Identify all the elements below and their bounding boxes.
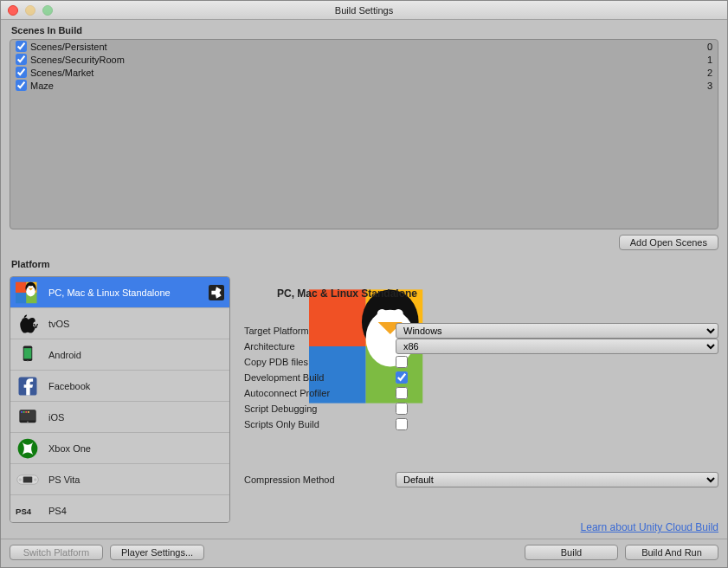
build-button[interactable]: Build <box>525 545 618 560</box>
copy-pdb-checkbox[interactable] <box>396 356 408 368</box>
script-debug-label: Script Debugging <box>244 403 396 414</box>
autoconnect-label: Autoconnect Profiler <box>244 388 396 398</box>
scene-checkbox[interactable] <box>16 80 27 91</box>
platform-name: Facebook <box>48 381 90 391</box>
scripts-only-checkbox[interactable] <box>396 418 408 430</box>
scene-index: 0 <box>707 42 712 52</box>
scripts-only-label: Scripts Only Build <box>244 419 396 429</box>
scene-path: Maze <box>30 81 54 91</box>
pc-standalone-icon <box>244 281 268 306</box>
compression-select[interactable]: Default <box>396 472 718 487</box>
scene-checkbox[interactable] <box>16 41 27 52</box>
player-settings-button[interactable]: Player Settings... <box>110 545 204 560</box>
unity-icon <box>209 285 224 300</box>
window-controls <box>8 5 53 16</box>
platform-item-android[interactable]: Android <box>10 339 229 371</box>
scenes-label: Scenes In Build <box>1 20 727 39</box>
scenes-list[interactable]: Scenes/Persistent0Scenes/SecurityRoom1Sc… <box>10 39 718 229</box>
minimize-icon[interactable] <box>25 5 35 16</box>
scene-row[interactable]: Maze3 <box>10 79 718 92</box>
platform-name: iOS <box>48 412 64 423</box>
dev-build-checkbox[interactable] <box>396 371 408 384</box>
psvita-icon <box>16 468 40 492</box>
scene-row[interactable]: Scenes/Persistent0 <box>10 40 718 53</box>
scene-path: Scenes/Persistent <box>30 42 107 52</box>
settings-title: PC, Mac & Linux Standalone <box>277 287 417 300</box>
window-title: Build Settings <box>335 5 393 16</box>
target-platform-label: Target Platform <box>244 326 396 336</box>
scene-checkbox[interactable] <box>16 54 27 65</box>
scene-row[interactable]: Scenes/SecurityRoom1 <box>10 53 718 66</box>
scene-index: 1 <box>707 55 712 65</box>
platform-name: Android <box>48 350 81 360</box>
ps4-icon <box>16 499 40 523</box>
architecture-select[interactable]: x86 <box>396 339 718 354</box>
platform-item-xbox[interactable]: Xbox One <box>10 433 229 464</box>
platform-item-ps4[interactable]: PS4 <box>10 495 229 523</box>
footer: Switch Platform Player Settings... Build… <box>1 539 727 567</box>
scene-index: 2 <box>707 68 712 78</box>
platform-settings: PC, Mac & Linux Standalone Target Platfo… <box>244 276 718 537</box>
platform-name: PS4 <box>48 506 67 516</box>
scene-path: Scenes/Market <box>30 68 93 78</box>
copy-pdb-label: Copy PDB files <box>244 357 396 367</box>
build-settings-window: Build Settings Scenes In Build Scenes/Pe… <box>0 0 728 568</box>
scene-index: 3 <box>707 81 712 91</box>
target-platform-select[interactable]: Windows <box>396 323 718 339</box>
platform-item-facebook[interactable]: Facebook <box>10 371 229 402</box>
platform-name: Xbox One <box>48 443 91 454</box>
pc-standalone-icon <box>16 281 40 305</box>
dev-build-label: Development Build <box>244 372 396 383</box>
zoom-icon[interactable] <box>42 5 53 16</box>
platform-name: PS Vita <box>48 474 81 485</box>
titlebar: Build Settings <box>1 1 727 20</box>
platform-name: tvOS <box>48 319 69 329</box>
close-icon[interactable] <box>8 5 18 16</box>
android-icon <box>16 343 40 367</box>
switch-platform-button[interactable]: Switch Platform <box>10 545 103 560</box>
platform-item-ios[interactable]: iOS <box>10 402 229 433</box>
scene-checkbox[interactable] <box>16 67 27 78</box>
add-open-scenes-button[interactable]: Add Open Scenes <box>619 235 718 250</box>
autoconnect-checkbox[interactable] <box>396 387 408 399</box>
platform-name: PC, Mac & Linux Standalone <box>48 287 171 298</box>
platform-list[interactable]: PC, Mac & Linux StandalonetvOSAndroidFac… <box>10 276 230 523</box>
platform-item-pc-standalone[interactable]: PC, Mac & Linux Standalone <box>10 277 229 308</box>
platform-label: Platform <box>10 254 61 273</box>
script-debug-checkbox[interactable] <box>396 403 408 415</box>
cloud-build-link[interactable]: Learn about Unity Cloud Build <box>244 521 718 537</box>
compression-label: Compression Method <box>244 474 396 485</box>
scene-row[interactable]: Scenes/Market2 <box>10 66 718 79</box>
platform-item-psvita[interactable]: PS Vita <box>10 464 229 495</box>
architecture-label: Architecture <box>244 341 396 352</box>
ios-icon <box>16 405 40 429</box>
build-and-run-button[interactable]: Build And Run <box>625 545 718 560</box>
scene-path: Scenes/SecurityRoom <box>30 55 125 65</box>
platform-item-appletv[interactable]: tvOS <box>10 308 229 339</box>
xbox-icon <box>16 436 40 461</box>
appletv-icon <box>16 312 40 336</box>
facebook-icon <box>16 374 40 398</box>
